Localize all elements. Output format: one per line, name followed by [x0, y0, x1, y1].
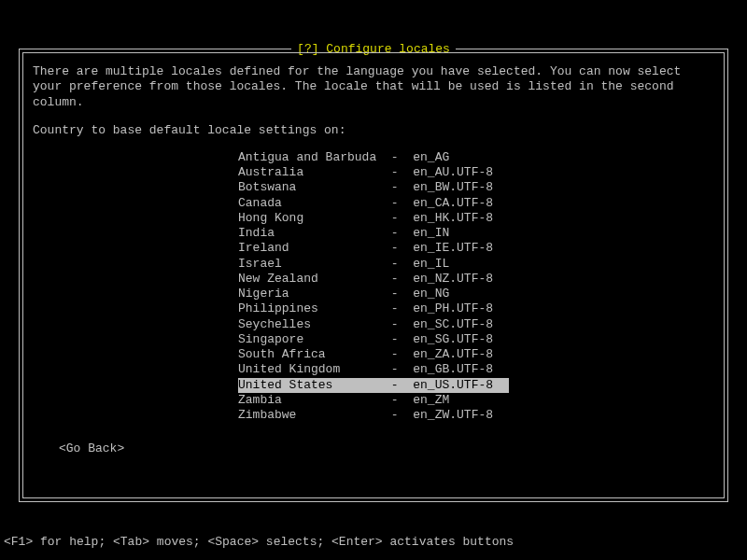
locale-list-item[interactable]: Hong Kong - en_HK.UTF-8	[238, 211, 509, 226]
locale-list-item[interactable]: Australia - en_AU.UTF-8	[238, 165, 509, 180]
locale-list-item[interactable]: Zimbabwe - en_ZW.UTF-8	[238, 408, 509, 423]
locale-list-item[interactable]: Canada - en_CA.UTF-8	[238, 196, 509, 211]
locale-list-item[interactable]: Nigeria - en_NG	[238, 287, 509, 301]
locale-list-item[interactable]: Botswana - en_BW.UTF-8	[238, 180, 509, 195]
locale-list-item[interactable]: United Kingdom - en_GB.UTF-8	[238, 362, 509, 377]
locale-list-item[interactable]: Antigua and Barbuda - en_AG	[238, 150, 509, 165]
locale-list-item[interactable]: Zambia - en_ZM	[238, 393, 509, 408]
dialog-inner: There are multiple locales defined for t…	[22, 52, 725, 498]
locale-list-item[interactable]: Seychelles - en_SC.UTF-8	[238, 317, 509, 332]
locale-list-item[interactable]: South Africa - en_ZA.UTF-8	[238, 347, 509, 362]
go-back-button[interactable]: <Go Back>	[59, 441, 124, 455]
locale-list[interactable]: Antigua and Barbuda - en_AG Australia - …	[33, 150, 714, 424]
locale-list-item[interactable]: Singapore - en_SG.UTF-8	[238, 332, 509, 347]
footer-help-text: <F1> for help; <Tab> moves; <Space> sele…	[4, 535, 514, 549]
locale-list-item[interactable]: New Zealand - en_NZ.UTF-8	[238, 272, 509, 287]
locale-list-item[interactable]: Ireland - en_IE.UTF-8	[238, 241, 509, 256]
description-text: There are multiple locales defined for t…	[33, 64, 714, 110]
locale-list-item[interactable]: Philippines - en_PH.UTF-8	[238, 301, 509, 316]
locale-list-item[interactable]: Israel - en_IL	[238, 257, 509, 272]
prompt-text: Country to base default locale settings …	[33, 123, 714, 137]
locale-list-item[interactable]: India - en_IN	[238, 226, 509, 241]
locale-list-item[interactable]: United States - en_US.UTF-8	[238, 378, 509, 393]
dialog-frame: [?] Configure locales There are multiple…	[19, 49, 728, 502]
